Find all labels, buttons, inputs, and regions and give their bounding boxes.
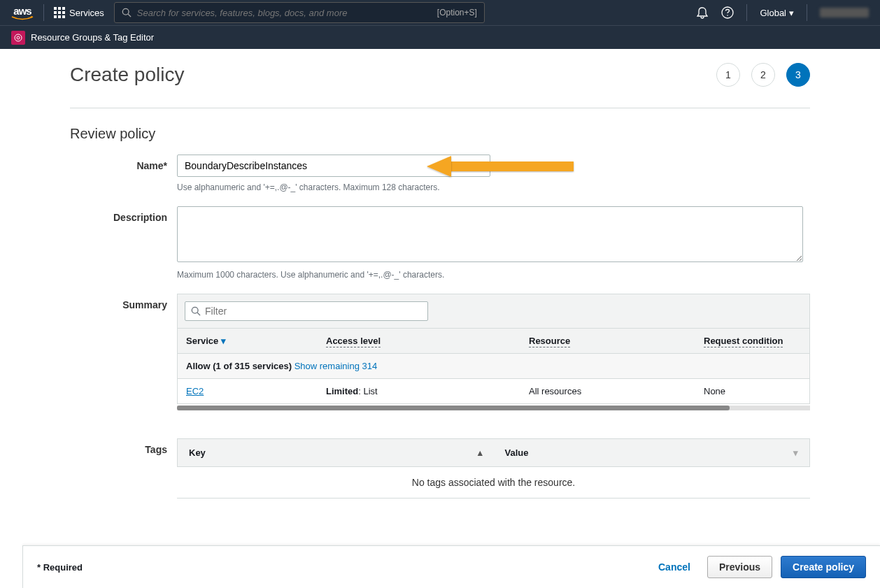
- nav-divider: [807, 4, 807, 21]
- policy-description-input[interactable]: [177, 206, 803, 262]
- step-1[interactable]: 1: [716, 63, 740, 87]
- tags-col-key[interactable]: Key▴: [178, 439, 494, 467]
- services-menu[interactable]: Services: [54, 7, 104, 18]
- services-label: Services: [69, 8, 104, 18]
- sort-up-icon: ▴: [478, 447, 483, 458]
- summary-label: Summary: [70, 294, 177, 410]
- account-menu[interactable]: [820, 8, 869, 17]
- step-indicator: 1 2 3: [716, 63, 810, 87]
- search-shortcut: [Option+S]: [437, 8, 477, 17]
- sort-caret-icon: ▾: [221, 336, 226, 346]
- top-nav: aws Services [Option+S] Global ▾: [0, 0, 880, 25]
- section-title: Review policy: [70, 126, 810, 142]
- svg-line-1: [128, 14, 131, 17]
- search-icon: [191, 306, 201, 316]
- svg-marker-7: [427, 156, 451, 177]
- caret-down-icon: ▾: [789, 8, 794, 18]
- col-resource[interactable]: Resource: [520, 329, 695, 354]
- help-icon[interactable]: [721, 6, 734, 19]
- bell-icon[interactable]: [696, 6, 709, 19]
- search-input[interactable]: [137, 8, 437, 18]
- svg-point-3: [728, 15, 729, 16]
- required-note: * Required: [37, 562, 83, 573]
- cell-condition: None: [695, 379, 809, 404]
- page-title: Create policy: [70, 64, 184, 86]
- aws-logo[interactable]: aws: [11, 6, 34, 20]
- name-hint: Use alphanumeric and '+=,.@-_' character…: [177, 182, 810, 192]
- svg-line-9: [197, 313, 200, 315]
- footer-bar: * Required Cancel Previous Create policy: [22, 545, 880, 582]
- svg-point-8: [192, 307, 198, 313]
- svg-point-5: [17, 36, 20, 39]
- col-service[interactable]: Service▾: [178, 329, 318, 354]
- svg-point-4: [15, 34, 22, 41]
- horizontal-scrollbar[interactable]: [177, 406, 810, 410]
- show-remaining-link[interactable]: Show remaining 314: [294, 361, 378, 371]
- create-policy-button[interactable]: Create policy: [781, 556, 866, 578]
- tags-empty-message: No tags associated with the resource.: [177, 467, 810, 499]
- svg-rect-6: [448, 162, 574, 171]
- step-3[interactable]: 3: [786, 63, 810, 87]
- description-hint: Maximum 1000 characters. Use alphanumeri…: [177, 270, 810, 280]
- allow-summary-row: Allow (1 of 315 services) Show remaining…: [178, 354, 809, 379]
- col-access[interactable]: Access level: [318, 329, 520, 354]
- tags-label: Tags: [70, 438, 177, 499]
- cancel-button[interactable]: Cancel: [650, 556, 699, 578]
- cell-access: Limited: List: [318, 379, 520, 404]
- search-icon: [122, 8, 132, 17]
- nav-divider: [43, 4, 44, 21]
- svg-point-0: [122, 8, 129, 15]
- sub-nav: Resource Groups & Tag Editor: [0, 25, 880, 49]
- step-2[interactable]: 2: [751, 63, 775, 87]
- annotation-arrow: [427, 153, 581, 181]
- grid-icon: [54, 7, 65, 18]
- summary-filter-input[interactable]: [205, 306, 422, 317]
- previous-button[interactable]: Previous: [707, 556, 772, 578]
- sub-nav-label[interactable]: Resource Groups & Tag Editor: [31, 32, 154, 43]
- sort-down-icon: ▾: [793, 447, 798, 458]
- global-search[interactable]: [Option+S]: [114, 2, 485, 23]
- description-label: Description: [70, 206, 177, 280]
- cell-resource: All resources: [520, 379, 695, 404]
- col-condition[interactable]: Request condition: [695, 329, 809, 354]
- nav-divider: [746, 4, 747, 21]
- tags-col-value[interactable]: Value▾: [494, 439, 810, 467]
- service-link-ec2[interactable]: EC2: [186, 386, 204, 396]
- name-label: Name*: [70, 155, 177, 192]
- resource-groups-icon: [11, 31, 25, 45]
- region-selector[interactable]: Global ▾: [760, 8, 794, 18]
- summary-filter[interactable]: [185, 301, 428, 321]
